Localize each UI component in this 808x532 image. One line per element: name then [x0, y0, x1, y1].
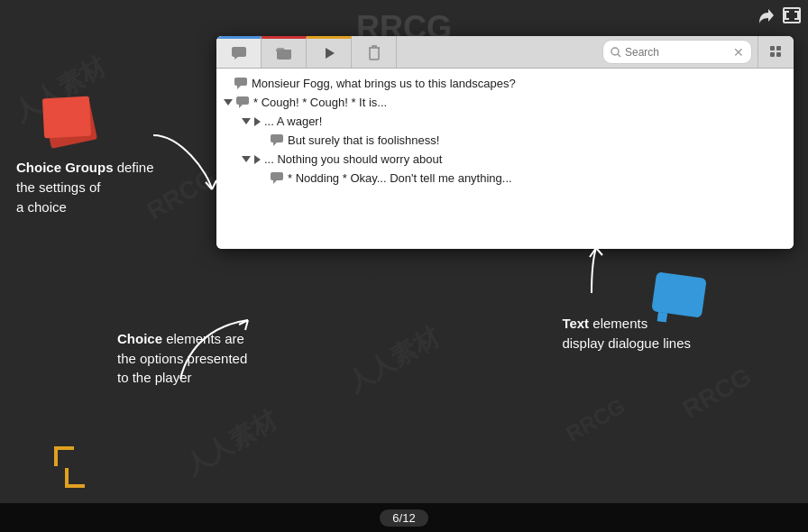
- fullscreen-icon[interactable]: [783, 7, 801, 28]
- tree-item-3[interactable]: ... A wager!: [216, 112, 794, 131]
- tree-item-4-text: But surely that is foolishness!: [288, 133, 439, 147]
- expand-down-icon-3: [242, 118, 251, 124]
- toolbar-tab-chat[interactable]: [216, 36, 262, 68]
- tree-item-2[interactable]: * Cough! * Cough! * It is...: [216, 93, 794, 112]
- choice-icon-5: [254, 155, 261, 164]
- search-input[interactable]: [625, 46, 733, 59]
- dialog-window: ✕ Monsieur Fogg, what brings us to this …: [216, 36, 794, 249]
- toolbar-tab-folder[interactable]: [262, 36, 307, 68]
- watermark-people-4: 人人素材: [179, 403, 283, 483]
- watermark-people-3: 人人素材: [341, 320, 445, 400]
- annotation-choice-groups: Choice Groups define the settings of a c…: [16, 158, 154, 216]
- watermark-people-2: 人人素材: [268, 241, 402, 344]
- tree-item-1-text: Monsieur Fogg, what brings us to this la…: [252, 77, 516, 90]
- svg-rect-11: [236, 96, 249, 105]
- annotation-choice-elements: Choice elements are the options presente…: [117, 329, 247, 388]
- svg-marker-3: [326, 48, 335, 59]
- tree-item-3-text: ... A wager!: [264, 115, 322, 128]
- blue-chat-bubble: [651, 271, 707, 317]
- svg-rect-6: [770, 46, 775, 50]
- toolbar-spacer: [397, 36, 597, 68]
- tree-item-5-text: ... Nothing you should worry about: [264, 152, 442, 166]
- choice-icon-3: [254, 117, 261, 126]
- toolbar-tab-delete[interactable]: [352, 36, 397, 68]
- svg-rect-10: [234, 78, 247, 86]
- tree-item-4[interactable]: But surely that is foolishness!: [216, 131, 794, 150]
- toolbar-grid-button[interactable]: [758, 36, 794, 68]
- arrow-text-elements: [556, 239, 628, 311]
- tree-content: Monsieur Fogg, what brings us to this la…: [216, 69, 794, 249]
- toolbar-search[interactable]: ✕: [602, 40, 752, 64]
- annotation-text-elements: Text elements display dialogue lines: [562, 314, 691, 353]
- tree-item-5[interactable]: ... Nothing you should worry about: [216, 150, 794, 169]
- bracket-top-left: [54, 446, 74, 466]
- svg-rect-8: [770, 52, 775, 57]
- paper-front: [42, 96, 91, 139]
- watermark-rrcg-5: RRCG: [562, 393, 629, 447]
- tree-item-2-text: * Cough! * Cough! * It is...: [253, 96, 387, 109]
- svg-rect-1: [232, 47, 246, 57]
- svg-rect-7: [776, 46, 781, 50]
- expand-down-icon-5: [242, 156, 251, 162]
- dialog-toolbar: ✕: [216, 36, 794, 69]
- bottom-navigation-bar: 6/12: [0, 503, 808, 532]
- svg-rect-13: [271, 172, 283, 180]
- tree-item-6[interactable]: * Nodding * Okay... Don't tell me anythi…: [216, 169, 794, 188]
- svg-rect-12: [271, 134, 283, 142]
- toolbar-tab-play[interactable]: [307, 36, 352, 68]
- tree-item-1[interactable]: Monsieur Fogg, what brings us to this la…: [216, 74, 794, 93]
- search-clear-icon[interactable]: ✕: [733, 45, 744, 60]
- watermark-rrcg-1: RRCG: [142, 164, 221, 226]
- share-icon[interactable]: [758, 7, 776, 28]
- svg-rect-9: [776, 52, 781, 57]
- svg-line-5: [618, 54, 620, 57]
- watermark-rrcg-3: RRCG: [677, 362, 756, 425]
- expand-down-icon-2: [224, 99, 233, 105]
- svg-point-4: [611, 48, 619, 55]
- bracket-bottom-left: [65, 468, 85, 488]
- top-right-controls: [758, 7, 801, 28]
- pagination-label: 6/12: [380, 509, 427, 527]
- tree-item-6-text: * Nodding * Okay... Don't tell me anythi…: [288, 171, 512, 185]
